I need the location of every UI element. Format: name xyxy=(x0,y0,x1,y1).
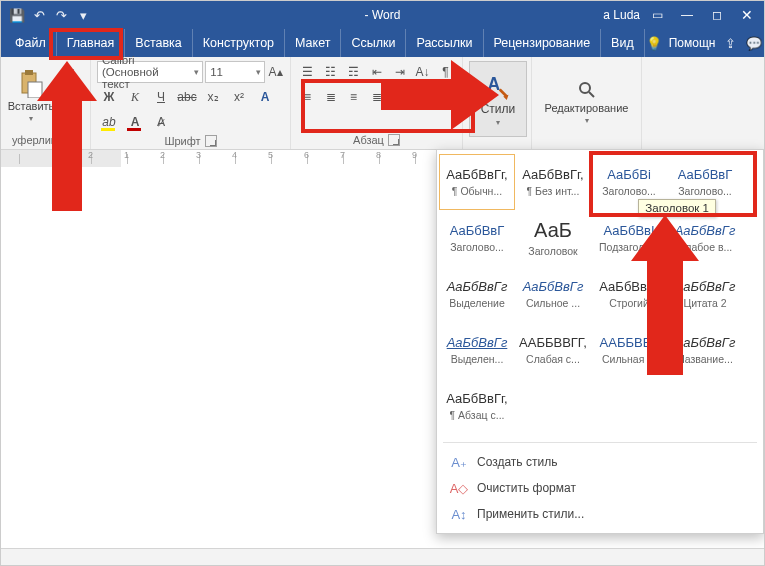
status-bar xyxy=(1,548,764,565)
format-painter-icon[interactable]: 🖌 xyxy=(59,105,79,125)
ribbon-options-icon[interactable]: ▭ xyxy=(644,1,670,29)
style-cell-10[interactable]: АаБбВвГгСтрогий xyxy=(591,266,667,322)
tab-mailings[interactable]: Рассылки xyxy=(406,29,483,57)
style-label: Слабое в... xyxy=(678,241,733,253)
style-preview: АаБбВі xyxy=(607,167,651,182)
group-styles: A Стили ▾ xyxy=(463,57,532,149)
grow-font-icon[interactable]: A▴ xyxy=(267,61,284,83)
bullets-icon[interactable]: ☰ xyxy=(297,61,318,83)
tab-insert[interactable]: Вставка xyxy=(125,29,192,57)
close-icon[interactable]: ✕ xyxy=(734,1,760,29)
style-preview: АаБбВвГг xyxy=(599,279,658,294)
justify-icon[interactable]: ≣ xyxy=(366,86,387,108)
paragraph-launcher[interactable] xyxy=(388,134,400,146)
highlight-icon[interactable]: ab xyxy=(97,111,121,133)
quick-access-toolbar: 💾 ↶ ↷ ▾ xyxy=(1,5,93,25)
style-label: Заголово... xyxy=(450,241,504,253)
window-title: - Word xyxy=(365,8,401,22)
style-preview: АаБбВвГг xyxy=(447,335,508,350)
borders-icon[interactable]: ▢ xyxy=(435,86,456,108)
tab-home[interactable]: Главная xyxy=(57,29,126,57)
style-preview: АаБбВвГг, xyxy=(522,167,583,182)
align-right-icon[interactable]: ≡ xyxy=(343,86,364,108)
multilevel-icon[interactable]: ☶ xyxy=(343,61,364,83)
tell-me-label[interactable]: Помощн xyxy=(669,36,716,50)
indent-dec-icon[interactable]: ⇤ xyxy=(366,61,387,83)
style-label: ¶ Без инт... xyxy=(527,185,580,197)
align-center-icon[interactable]: ≣ xyxy=(320,86,341,108)
tab-references[interactable]: Ссылки xyxy=(341,29,406,57)
style-cell-1[interactable]: АаБбВвГг,¶ Без инт... xyxy=(515,154,591,210)
style-label: Выделен... xyxy=(451,353,504,365)
show-marks-icon[interactable]: ¶ xyxy=(435,61,456,83)
tab-design[interactable]: Конструктор xyxy=(193,29,285,57)
cut-icon[interactable]: ✂ xyxy=(59,61,79,81)
tab-review[interactable]: Рецензирование xyxy=(484,29,602,57)
numbering-icon[interactable]: ☷ xyxy=(320,61,341,83)
comments-icon[interactable]: 💬 xyxy=(745,34,763,52)
shading-icon[interactable]: ▦ xyxy=(412,86,433,108)
style-preview: АаБбВвГ xyxy=(450,223,505,238)
qat-customize-icon[interactable]: ▾ xyxy=(73,5,93,25)
menu-clear-format[interactable]: A◇Очистить формат xyxy=(437,475,763,501)
sort-icon[interactable]: A↓ xyxy=(412,61,433,83)
style-preview: АаБбВвГг, xyxy=(446,391,507,406)
indent-inc-icon[interactable]: ⇥ xyxy=(389,61,410,83)
tooltip-heading1: Заголовок 1 xyxy=(638,199,716,217)
copy-icon[interactable]: 📄 xyxy=(59,83,79,103)
style-cell-12[interactable]: АаБбВвГгВыделен... xyxy=(439,322,515,378)
tell-me-icon[interactable]: 💡 xyxy=(645,34,663,52)
save-icon[interactable]: 💾 xyxy=(7,5,27,25)
style-label: ¶ Обычн... xyxy=(452,185,502,197)
style-preview: ААББВВГГ, xyxy=(519,335,587,350)
font-name-combo[interactable]: Calibri (Основной текст xyxy=(97,61,203,83)
style-cell-5[interactable]: АаБЗаголовок xyxy=(515,210,591,266)
clear-formatting-icon[interactable]: A̷ xyxy=(149,111,173,133)
style-cell-0[interactable]: АаБбВвГг,¶ Обычн... xyxy=(439,154,515,210)
tab-file[interactable]: Файл xyxy=(5,29,57,57)
menu-apply-styles[interactable]: A↕Применить стили... xyxy=(437,501,763,527)
account-name[interactable]: a Luda xyxy=(603,8,640,22)
style-label: Заголово... xyxy=(602,185,656,197)
style-cell-9[interactable]: АаБбВвГгСильное ... xyxy=(515,266,591,322)
style-cell-7[interactable]: АаБбВвГгСлабое в... xyxy=(667,210,743,266)
tab-view[interactable]: Вид xyxy=(601,29,645,57)
text-effects-icon[interactable]: A xyxy=(253,86,277,108)
style-cell-15[interactable]: АаБбВвГгНазвание... xyxy=(667,322,743,378)
undo-icon[interactable]: ↶ xyxy=(29,5,49,25)
style-label: Сильное ... xyxy=(526,297,580,309)
align-left-icon[interactable]: ≡ xyxy=(297,86,318,108)
font-size-combo[interactable]: 11 xyxy=(205,61,265,83)
paste-button[interactable]: Вставить ▾ xyxy=(7,61,55,132)
maximize-icon[interactable]: ◻ xyxy=(704,1,730,29)
font-caption: Шрифт xyxy=(164,135,200,147)
tab-layout[interactable]: Макет xyxy=(285,29,341,57)
style-cell-11[interactable]: АаБбВвГгЦитата 2 xyxy=(667,266,743,322)
style-cell-8[interactable]: АаБбВвГгВыделение xyxy=(439,266,515,322)
paste-label: Вставить xyxy=(8,100,55,112)
group-font: Calibri (Основной текст 11 A▴ Ж К Ч abc … xyxy=(91,57,291,149)
menu-create-style[interactable]: A₊Создать стиль xyxy=(437,449,763,475)
font-launcher[interactable] xyxy=(205,135,217,147)
styles-button[interactable]: A Стили ▾ xyxy=(469,61,527,137)
superscript-button[interactable]: x² xyxy=(227,86,251,108)
styles-label: Стили xyxy=(481,102,516,116)
document-area[interactable] xyxy=(1,167,438,565)
editing-button[interactable]: Редактирование ▾ xyxy=(538,61,635,144)
subscript-button[interactable]: x₂ xyxy=(201,86,225,108)
style-cell-13[interactable]: ААББВВГГ,Слабая с... xyxy=(515,322,591,378)
style-cell-14[interactable]: ААББВВГСильная ... xyxy=(591,322,667,378)
style-cell-16[interactable]: АаБбВвГг,¶ Абзац с... xyxy=(439,378,515,434)
style-preview: АаБбВвГ xyxy=(678,167,733,182)
style-cell-4[interactable]: АаБбВвГЗаголово... xyxy=(439,210,515,266)
share-icon[interactable]: ⇪ xyxy=(721,34,739,52)
svg-text:A: A xyxy=(488,73,501,93)
font-color-icon[interactable]: A xyxy=(123,111,147,133)
redo-icon[interactable]: ↷ xyxy=(51,5,71,25)
clipboard-launcher[interactable] xyxy=(67,134,79,146)
line-spacing-icon[interactable]: ⇕ xyxy=(389,86,410,108)
style-cell-6[interactable]: АаБбВвІПодзаголо... xyxy=(591,210,667,266)
minimize-icon[interactable]: — xyxy=(674,1,700,29)
svg-rect-2 xyxy=(28,82,42,98)
style-preview: АаБбВвІ xyxy=(603,223,654,238)
